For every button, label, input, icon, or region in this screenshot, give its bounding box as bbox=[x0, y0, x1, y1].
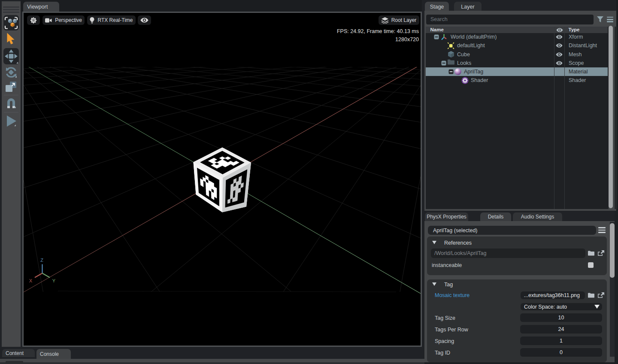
svg-text:Y: Y bbox=[52, 278, 56, 283]
svg-text:Z: Z bbox=[40, 258, 43, 263]
svg-text:X: X bbox=[29, 278, 33, 283]
